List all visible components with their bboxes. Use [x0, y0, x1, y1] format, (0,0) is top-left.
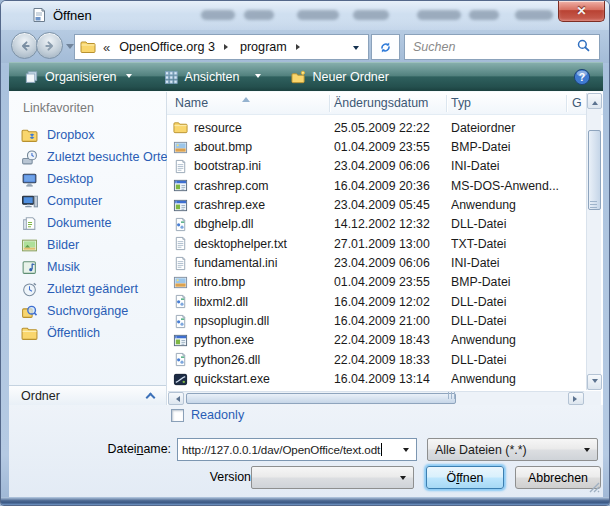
organize-button[interactable]: Organisieren: [15, 63, 141, 91]
sidebar-item[interactable]: Computer: [9, 190, 166, 212]
open-button[interactable]: Öffnen: [426, 466, 504, 489]
column-divider[interactable]: [329, 95, 330, 112]
breadcrumb-item[interactable]: OpenOffice.org 3: [119, 40, 215, 54]
file-row[interactable]: python26.dll 22.04.2009 18:33 DLL-Datei: [167, 350, 586, 369]
new-folder-button[interactable]: Neuer Ordner: [282, 63, 397, 91]
folders-toggle[interactable]: Ordner: [9, 385, 166, 405]
file-row[interactable]: npsoplugin.dll 16.04.2009 21:00 DLL-Date…: [167, 311, 586, 330]
scroll-up-button[interactable]: [587, 93, 602, 109]
file-row[interactable]: quickstart.exe 16.04.2009 13:14 Anwendun…: [167, 369, 586, 388]
scroll-down-button[interactable]: [587, 374, 602, 390]
background-menu-blur: [469, 10, 499, 20]
filetype-select[interactable]: Alle Dateien (*.*): [427, 438, 598, 461]
sidebar-item[interactable]: Musik: [9, 256, 166, 278]
file-row[interactable]: libxml2.dll 16.04.2009 12:02 DLL-Datei: [167, 292, 586, 311]
file-type: Dateiordner: [451, 121, 586, 135]
breadcrumb-separator-icon[interactable]: [296, 44, 303, 50]
background-menu-blur: [244, 10, 274, 20]
scroll-left-button[interactable]: [168, 392, 184, 405]
file-row[interactable]: crashrep.exe 23.04.2009 05:45 Anwendung: [167, 195, 586, 214]
background-menu-blur: [515, 10, 553, 20]
file-date: 16.04.2009 21:00: [334, 314, 451, 328]
forward-button[interactable]: [36, 32, 63, 59]
chevron-down-icon: [126, 74, 132, 81]
vertical-scrollbar[interactable]: [586, 93, 601, 390]
column-header-size[interactable]: G: [572, 96, 582, 110]
resize-grip[interactable]: [589, 482, 600, 493]
file-name: resource: [194, 121, 334, 135]
file-name: python.exe: [194, 333, 334, 347]
content-area: Linkfavoriten Dropbox Zuletzt besuchte O…: [9, 92, 603, 405]
breadcrumb-item[interactable]: program: [240, 40, 287, 54]
file-row[interactable]: about.bmp 01.04.2009 23:55 BMP-Datei: [167, 137, 586, 156]
refresh-icon: [378, 40, 393, 55]
file-row[interactable]: resource 25.05.2009 22:22 Dateiordner: [167, 118, 586, 137]
readonly-label[interactable]: Readonly: [191, 408, 244, 422]
file-row[interactable]: fundamental.ini 23.04.2009 06:06 INI-Dat…: [167, 253, 586, 272]
music-icon: [21, 259, 38, 276]
file-row[interactable]: python.exe 22.04.2009 18:43 Anwendung: [167, 331, 586, 350]
sidebar-item-label: Zuletzt besuchte Orte: [47, 150, 167, 164]
breadcrumb[interactable]: « OpenOffice.org 3 program: [74, 34, 369, 60]
search-icon[interactable]: [576, 38, 591, 56]
recently-changed-icon: [21, 281, 38, 298]
filename-dropdown-icon[interactable]: [403, 448, 409, 455]
search-input[interactable]: Suchen: [404, 34, 600, 60]
sidebar-item-label: Desktop: [47, 172, 93, 186]
sidebar-item[interactable]: Desktop: [9, 168, 166, 190]
vertical-scroll-thumb[interactable]: [588, 130, 601, 210]
column-divider[interactable]: [566, 95, 567, 112]
address-dropdown-icon[interactable]: [353, 46, 359, 53]
views-button[interactable]: Ansichten: [155, 63, 271, 91]
filename-input[interactable]: http://127.0.0.1/dav/OpenOffice/text.odt: [177, 438, 417, 461]
file-name: quickstart.exe: [194, 372, 334, 386]
sidebar-item[interactable]: Zuletzt besuchte Orte: [9, 146, 166, 168]
horizontal-scroll-thumb[interactable]: [186, 393, 456, 404]
help-button[interactable]: ?: [573, 68, 591, 86]
sidebar-item[interactable]: Bilder: [9, 234, 166, 256]
chevron-down-icon: [255, 74, 261, 81]
titlebar[interactable]: Öffnen: [1, 1, 609, 30]
sidebar-item[interactable]: Dokumente: [9, 212, 166, 234]
sidebar-item[interactable]: Zuletzt geändert: [9, 278, 166, 300]
file-date: 23.04.2009 05:45: [334, 198, 451, 212]
file-date: 25.05.2009 22:22: [334, 121, 451, 135]
file-name: desktophelper.txt: [194, 237, 334, 251]
window-bottom-edge: [1, 497, 609, 506]
column-header-date[interactable]: Änderungsdatum: [334, 96, 428, 110]
version-select[interactable]: [251, 466, 414, 489]
file-row[interactable]: bootstrap.ini 23.04.2009 06:06 INI-Datei: [167, 157, 586, 176]
recent-pages-dropdown-icon[interactable]: [66, 44, 74, 53]
sidebar-item[interactable]: Öffentlich: [9, 322, 166, 344]
horizontal-scrollbar[interactable]: [168, 391, 584, 405]
sidebar: Linkfavoriten Dropbox Zuletzt besuchte O…: [9, 92, 167, 405]
close-button[interactable]: ✕: [558, 1, 605, 22]
views-label: Ansichten: [185, 70, 240, 84]
refresh-button[interactable]: [371, 34, 400, 60]
filetype-value: Alle Dateien (*.*): [435, 443, 527, 457]
file-list: Name Änderungsdatum Typ G resource 25.05…: [167, 92, 603, 405]
sidebar-item[interactable]: Suchvorgänge: [9, 300, 166, 322]
file-row[interactable]: dbghelp.dll 14.12.2002 12:32 DLL-Datei: [167, 215, 586, 234]
readonly-checkbox[interactable]: [171, 409, 184, 422]
breadcrumb-overflow-chevrons[interactable]: «: [103, 40, 110, 55]
column-header-name[interactable]: Name: [175, 96, 208, 110]
scroll-right-button[interactable]: [568, 392, 584, 405]
dll-file-icon: [173, 294, 188, 309]
filename-value: http://127.0.0.1/dav/OpenOffice/text.odt: [182, 443, 380, 456]
file-row[interactable]: intro.bmp 01.04.2009 23:55 BMP-Datei: [167, 273, 586, 292]
searches-icon: [21, 303, 38, 320]
views-icon: [164, 70, 179, 85]
file-type: INI-Datei: [451, 159, 586, 173]
documents-icon: [21, 215, 38, 232]
file-row[interactable]: crashrep.com 16.04.2009 20:36 MS-DOS-Anw…: [167, 176, 586, 195]
sidebar-item[interactable]: Dropbox: [9, 124, 166, 146]
column-header-type[interactable]: Typ: [451, 96, 471, 110]
computer-icon: [21, 193, 38, 210]
column-divider[interactable]: [446, 95, 447, 112]
back-button[interactable]: [11, 32, 38, 59]
search-placeholder: Suchen: [413, 40, 576, 54]
file-row[interactable]: desktophelper.txt 27.01.2009 13:00 TXT-D…: [167, 234, 586, 253]
application-icon: [173, 333, 188, 348]
breadcrumb-separator-icon[interactable]: [224, 44, 231, 50]
